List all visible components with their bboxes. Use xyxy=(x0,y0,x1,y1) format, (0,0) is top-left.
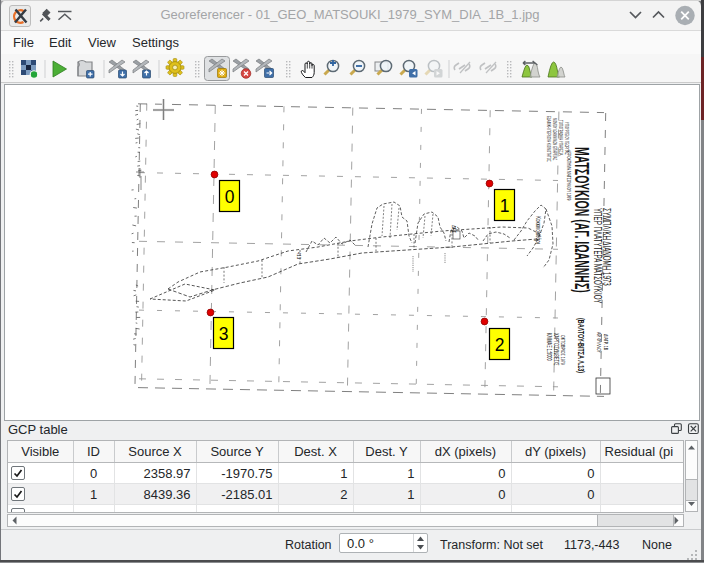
svg-text:ΑΓΡΟΚΤΗΜΑ ΜΑΤΣΟΥΚΙΟΥ 1979: ΑΓΡΟΚΤΗΜΑ ΜΑΤΣΟΥΚΙΟΥ 1979 xyxy=(566,150,572,201)
svg-text:ΑΡ. ΦΥΛΛΟΥ: ΑΡ. ΦΥΛΛΟΥ xyxy=(596,332,602,354)
svg-text:ΚΛΙΜΑΞ 1:5000: ΚΛΙΜΑΞ 1:5000 xyxy=(546,333,553,361)
svg-text:Κοκκινολιθάρι: Κοκκινολιθάρι xyxy=(535,216,542,244)
svg-text:(ΒΑΛΤΟΥ-ΒΙΤΣΑ Λ.13): (ΒΑΛΤΟΥ-ΒΙΤΣΑ Λ.13) xyxy=(576,318,587,373)
svg-text:ΔΙΑΓΡ. 1Β: ΔΙΑΓΡ. 1Β xyxy=(603,334,609,351)
svg-text:ΧΑΡΤΟΣΥΝΘΕΣΙΣ: ΧΑΡΤΟΣΥΝΘΕΣΙΣ xyxy=(553,333,560,366)
svg-text:0: 0 xyxy=(225,187,235,207)
svg-text:413: 413 xyxy=(296,252,303,259)
svg-text:1: 1 xyxy=(500,196,510,216)
svg-text:ΕΔΑΦΙΚΗ ΠΕΡΙΟΧΗ ΚΟΙΝΟΤΗΤΟΣ: ΕΔΑΦΙΚΗ ΠΕΡΙΟΧΗ ΚΟΙΝΟΤΗΤΟΣ xyxy=(546,116,552,162)
svg-text:2: 2 xyxy=(495,335,505,355)
svg-text:ΔΡΣ: ΔΡΣ xyxy=(451,225,458,233)
svg-text:ΟΚΤΩΒΡΙΟΣ 1979: ΟΚΤΩΒΡΙΟΣ 1979 xyxy=(560,335,566,365)
svg-text:3: 3 xyxy=(219,324,229,344)
svg-text:ΣΥΜΠΛ/ΚΗ ΔΙΑΝΟΜΗ 1973: ΣΥΜΠΛ/ΚΗ ΔΙΑΝΟΜΗ 1973 xyxy=(601,208,613,286)
svg-text:ΤΟΠΟΓΡΑΦΙΚΗ ΥΠΗΡΕΣΙΑ: ΤΟΠΟΓΡΑΦΙΚΗ ΥΠΗΡΕΣΙΑ xyxy=(558,120,564,155)
svg-text:ΜΑΤΣΟΥΚΙΟΝ (ΑΓ. ΙΩΑΝΝΗΣ): ΜΑΤΣΟΥΚΙΟΝ (ΑΓ. ΙΩΑΝΝΗΣ) xyxy=(570,147,594,293)
svg-text:ΝΟΜΟΥ ΙΩΑΝΝΙΝΩΝ ΕΠΑΡΧΙΑΣ: ΝΟΜΟΥ ΙΩΑΝΝΙΝΩΝ ΕΠΑΡΧΙΑΣ xyxy=(552,118,558,161)
